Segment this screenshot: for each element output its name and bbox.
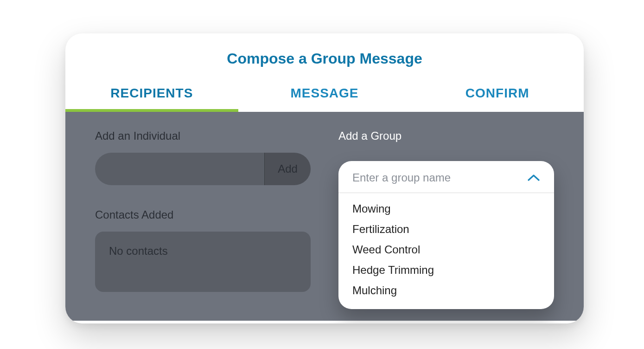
contacts-empty-text: No contacts (109, 245, 297, 258)
individual-name-input[interactable] (95, 153, 264, 185)
group-column: Add a Group Mowing Fertilization We (338, 129, 554, 302)
tab-message[interactable]: MESSAGE (238, 86, 411, 112)
group-name-input[interactable] (352, 171, 527, 184)
compose-card: Compose a Group Message RECIPIENTS MESSA… (65, 33, 584, 323)
tab-bar: RECIPIENTS MESSAGE CONFIRM (65, 86, 584, 112)
tab-recipients[interactable]: RECIPIENTS (65, 86, 238, 112)
group-option[interactable]: Weed Control (338, 239, 554, 260)
chevron-up-icon[interactable] (527, 174, 540, 182)
group-option[interactable]: Mowing (338, 199, 554, 219)
group-dropdown-header (338, 161, 554, 193)
group-option[interactable]: Fertilization (338, 219, 554, 239)
add-individual-button[interactable]: Add (264, 153, 311, 185)
dialog-title: Compose a Group Message (65, 33, 584, 67)
group-option[interactable]: Mulching (338, 280, 554, 301)
individual-column: Add an Individual Add Contacts Added No … (95, 129, 311, 302)
group-options-list: Mowing Fertilization Weed Control Hedge … (338, 193, 554, 301)
add-group-label: Add a Group (338, 129, 554, 142)
group-dropdown[interactable]: Mowing Fertilization Weed Control Hedge … (338, 161, 554, 309)
contacts-added-label: Contacts Added (95, 208, 311, 221)
tab-confirm[interactable]: CONFIRM (411, 86, 584, 112)
add-individual-label: Add an Individual (95, 129, 311, 142)
group-option[interactable]: Hedge Trimming (338, 260, 554, 280)
individual-input-row: Add (95, 153, 311, 185)
contacts-added-box: No contacts (95, 232, 311, 292)
recipients-panel: Add an Individual Add Contacts Added No … (65, 112, 584, 321)
